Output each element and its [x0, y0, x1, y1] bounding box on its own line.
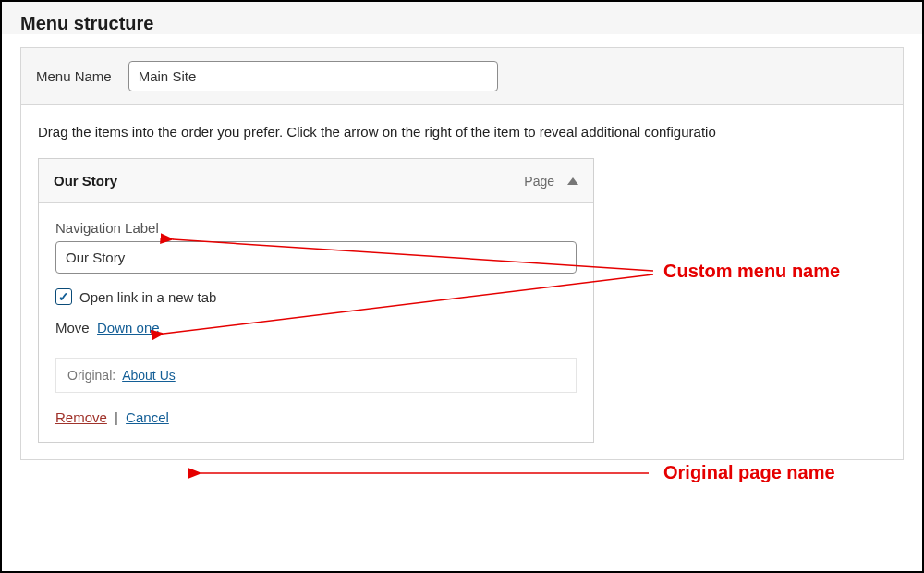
new-tab-checkbox[interactable]: [55, 288, 72, 305]
menu-name-label: Menu Name: [36, 68, 112, 84]
cancel-link[interactable]: Cancel: [126, 409, 169, 425]
menu-name-bar: Menu Name: [20, 47, 904, 105]
menu-item-type: Page: [524, 174, 554, 189]
nav-label-label: Navigation Label: [55, 220, 577, 236]
remove-link[interactable]: Remove: [55, 409, 107, 425]
annotation-custom-menu-name: Custom menu name: [663, 261, 840, 282]
annotation-original-page-name: Original page name: [663, 462, 835, 483]
menu-item-header[interactable]: Our Story Page: [39, 159, 593, 203]
menu-item: Our Story Page Navigation Label Open lin…: [38, 158, 594, 443]
section-title: Menu structure: [20, 13, 904, 34]
menu-name-input[interactable]: [128, 61, 498, 91]
menu-item-body: Navigation Label Open link in a new tab …: [39, 203, 593, 442]
original-box: Original: About Us: [55, 358, 577, 393]
instruction-text: Drag the items into the order you prefer…: [21, 124, 903, 158]
move-down-one-link[interactable]: Down one: [97, 320, 160, 335]
menu-item-title: Our Story: [54, 173, 117, 189]
nav-label-input[interactable]: [55, 241, 577, 274]
body-area: Drag the items into the order you prefer…: [20, 105, 904, 460]
original-label: Original:: [67, 368, 116, 383]
original-page-link[interactable]: About Us: [122, 368, 176, 383]
move-label: Move: [55, 320, 90, 335]
divider: |: [115, 409, 118, 425]
new-tab-label: Open link in a new tab: [79, 289, 216, 305]
collapse-up-icon: [567, 177, 578, 185]
